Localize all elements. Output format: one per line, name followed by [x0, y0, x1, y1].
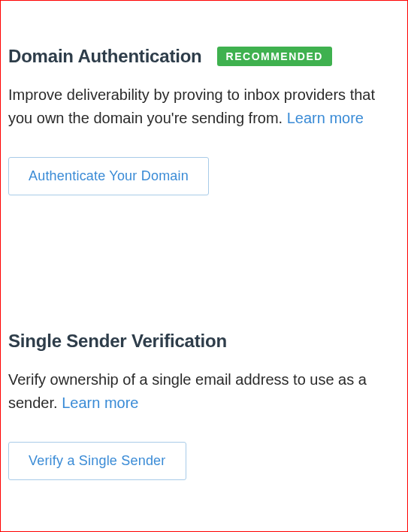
domain-auth-description: Improve deliverability by proving to inb… — [8, 83, 384, 130]
single-sender-title: Single Sender Verification — [8, 331, 227, 352]
domain-auth-title: Domain Authentication — [8, 46, 202, 67]
single-sender-section: Single Sender Verification Verify owners… — [8, 331, 400, 480]
single-sender-description: Verify ownership of a single email addre… — [8, 368, 384, 415]
verify-single-sender-button[interactable]: Verify a Single Sender — [8, 442, 186, 480]
authenticate-domain-button[interactable]: Authenticate Your Domain — [8, 157, 209, 195]
recommended-badge: RECOMMENDED — [217, 47, 332, 66]
domain-auth-heading-row: Domain Authentication RECOMMENDED — [8, 46, 400, 67]
domain-authentication-section: Domain Authentication RECOMMENDED Improv… — [8, 46, 400, 195]
single-sender-heading-row: Single Sender Verification — [8, 331, 400, 352]
single-sender-learn-more-link[interactable]: Learn more — [62, 394, 138, 411]
domain-auth-learn-more-link[interactable]: Learn more — [287, 110, 364, 126]
